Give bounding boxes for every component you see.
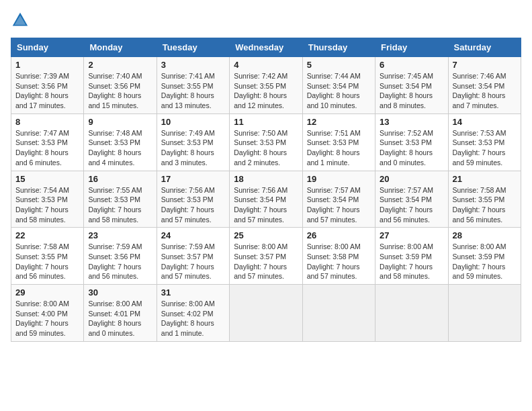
- calendar-body: 1 Sunrise: 7:39 AM Sunset: 3:56 PM Dayli…: [11, 57, 521, 342]
- calendar-day-cell: 11 Sunrise: 7:50 AM Sunset: 3:53 PM Dayl…: [230, 113, 302, 171]
- day-info: Sunrise: 7:51 AM Sunset: 3:53 PM Dayligh…: [307, 128, 371, 168]
- day-info: Sunrise: 7:58 AM Sunset: 3:55 PM Dayligh…: [453, 185, 517, 225]
- calendar-day-cell: 27 Sunrise: 8:00 AM Sunset: 3:59 PM Dayl…: [375, 228, 448, 285]
- day-number: 2: [88, 60, 152, 70]
- calendar-day-cell: 6 Sunrise: 7:45 AM Sunset: 3:54 PM Dayli…: [375, 57, 448, 114]
- day-info: Sunrise: 7:49 AM Sunset: 3:53 PM Dayligh…: [161, 128, 225, 168]
- day-number: 20: [380, 174, 443, 184]
- day-number: 3: [161, 60, 225, 70]
- calendar-day-cell: 10 Sunrise: 7:49 AM Sunset: 3:53 PM Dayl…: [157, 113, 229, 171]
- calendar-week-row: 15 Sunrise: 7:54 AM Sunset: 3:53 PM Dayl…: [11, 171, 521, 228]
- day-number: 11: [234, 117, 298, 127]
- day-number: 22: [15, 230, 79, 240]
- day-info: Sunrise: 7:47 AM Sunset: 3:53 PM Dayligh…: [15, 128, 79, 168]
- day-number: 6: [380, 60, 443, 70]
- calendar-day-cell: 23 Sunrise: 7:59 AM Sunset: 3:56 PM Dayl…: [84, 228, 157, 285]
- day-info: Sunrise: 7:45 AM Sunset: 3:54 PM Dayligh…: [380, 71, 443, 111]
- day-info: Sunrise: 7:44 AM Sunset: 3:54 PM Dayligh…: [307, 71, 371, 111]
- day-info: Sunrise: 7:58 AM Sunset: 3:55 PM Dayligh…: [15, 242, 79, 281]
- calendar-week-row: 1 Sunrise: 7:39 AM Sunset: 3:56 PM Dayli…: [11, 57, 521, 114]
- day-number: 25: [234, 230, 298, 240]
- calendar-week-row: 29 Sunrise: 8:00 AM Sunset: 4:00 PM Dayl…: [11, 285, 521, 342]
- weekday-header-cell: Monday: [84, 38, 157, 57]
- calendar-day-cell: 18 Sunrise: 7:56 AM Sunset: 3:54 PM Dayl…: [230, 171, 302, 228]
- day-info: Sunrise: 7:39 AM Sunset: 3:56 PM Dayligh…: [15, 71, 79, 111]
- calendar-day-cell: 22 Sunrise: 7:58 AM Sunset: 3:55 PM Dayl…: [11, 228, 84, 285]
- day-info: Sunrise: 7:41 AM Sunset: 3:55 PM Dayligh…: [161, 71, 225, 111]
- calendar-day-cell: 3 Sunrise: 7:41 AM Sunset: 3:55 PM Dayli…: [157, 57, 229, 114]
- day-number: 9: [88, 117, 152, 127]
- day-info: Sunrise: 7:50 AM Sunset: 3:53 PM Dayligh…: [234, 128, 298, 168]
- weekday-header-cell: Friday: [375, 38, 448, 57]
- day-info: Sunrise: 7:53 AM Sunset: 3:53 PM Dayligh…: [453, 128, 517, 168]
- calendar-day-cell: 7 Sunrise: 7:46 AM Sunset: 3:54 PM Dayli…: [448, 57, 521, 114]
- calendar-day-cell: 21 Sunrise: 7:58 AM Sunset: 3:55 PM Dayl…: [448, 171, 521, 228]
- calendar-day-cell: 4 Sunrise: 7:42 AM Sunset: 3:55 PM Dayli…: [230, 57, 302, 114]
- day-number: 28: [453, 230, 517, 240]
- day-number: 18: [234, 174, 298, 184]
- calendar-day-cell: 26 Sunrise: 8:00 AM Sunset: 3:58 PM Dayl…: [302, 228, 375, 285]
- day-info: Sunrise: 7:52 AM Sunset: 3:53 PM Dayligh…: [380, 128, 443, 168]
- calendar-day-cell: 2 Sunrise: 7:40 AM Sunset: 3:56 PM Dayli…: [84, 57, 157, 114]
- weekday-header-cell: Thursday: [302, 38, 375, 57]
- calendar-table: SundayMondayTuesdayWednesdayThursdayFrid…: [11, 38, 521, 342]
- calendar-day-cell: 29 Sunrise: 8:00 AM Sunset: 4:00 PM Dayl…: [11, 285, 84, 342]
- day-number: 15: [15, 174, 79, 184]
- calendar-day-cell: [375, 285, 448, 342]
- day-info: Sunrise: 8:00 AM Sunset: 4:01 PM Dayligh…: [88, 299, 152, 338]
- calendar-day-cell: 24 Sunrise: 7:59 AM Sunset: 3:57 PM Dayl…: [157, 228, 229, 285]
- day-info: Sunrise: 7:56 AM Sunset: 3:53 PM Dayligh…: [161, 185, 225, 225]
- header: [11, 11, 521, 30]
- day-number: 27: [380, 230, 443, 240]
- day-number: 8: [15, 117, 79, 127]
- day-info: Sunrise: 8:00 AM Sunset: 3:57 PM Dayligh…: [234, 242, 298, 281]
- calendar-day-cell: 1 Sunrise: 7:39 AM Sunset: 3:56 PM Dayli…: [11, 57, 84, 114]
- calendar-day-cell: 25 Sunrise: 8:00 AM Sunset: 3:57 PM Dayl…: [230, 228, 302, 285]
- calendar-day-cell: 15 Sunrise: 7:54 AM Sunset: 3:53 PM Dayl…: [11, 171, 84, 228]
- logo: [11, 11, 32, 30]
- weekday-header-cell: Saturday: [448, 38, 521, 57]
- day-info: Sunrise: 7:40 AM Sunset: 3:56 PM Dayligh…: [88, 71, 152, 111]
- calendar-day-cell: 31 Sunrise: 8:00 AM Sunset: 4:02 PM Dayl…: [157, 285, 229, 342]
- day-number: 5: [307, 60, 371, 70]
- calendar-day-cell: 16 Sunrise: 7:55 AM Sunset: 3:53 PM Dayl…: [84, 171, 157, 228]
- day-number: 19: [307, 174, 371, 184]
- calendar-week-row: 22 Sunrise: 7:58 AM Sunset: 3:55 PM Dayl…: [11, 228, 521, 285]
- day-number: 29: [15, 287, 79, 298]
- day-number: 26: [307, 230, 371, 240]
- calendar-week-row: 8 Sunrise: 7:47 AM Sunset: 3:53 PM Dayli…: [11, 113, 521, 171]
- calendar-day-cell: 28 Sunrise: 8:00 AM Sunset: 3:59 PM Dayl…: [448, 228, 521, 285]
- day-info: Sunrise: 8:00 AM Sunset: 3:58 PM Dayligh…: [307, 242, 371, 281]
- calendar-day-cell: 9 Sunrise: 7:48 AM Sunset: 3:53 PM Dayli…: [84, 113, 157, 171]
- day-info: Sunrise: 8:00 AM Sunset: 4:00 PM Dayligh…: [15, 299, 79, 338]
- day-info: Sunrise: 7:57 AM Sunset: 3:54 PM Dayligh…: [307, 185, 371, 225]
- weekday-header-row: SundayMondayTuesdayWednesdayThursdayFrid…: [11, 38, 521, 57]
- day-info: Sunrise: 7:57 AM Sunset: 3:54 PM Dayligh…: [380, 185, 443, 225]
- calendar-day-cell: 13 Sunrise: 7:52 AM Sunset: 3:53 PM Dayl…: [375, 113, 448, 171]
- weekday-header-cell: Tuesday: [157, 38, 229, 57]
- day-number: 10: [161, 117, 225, 127]
- calendar-day-cell: 20 Sunrise: 7:57 AM Sunset: 3:54 PM Dayl…: [375, 171, 448, 228]
- calendar-day-cell: 5 Sunrise: 7:44 AM Sunset: 3:54 PM Dayli…: [302, 57, 375, 114]
- day-info: Sunrise: 7:59 AM Sunset: 3:57 PM Dayligh…: [161, 242, 225, 281]
- day-info: Sunrise: 7:46 AM Sunset: 3:54 PM Dayligh…: [453, 71, 517, 111]
- day-number: 21: [453, 174, 517, 184]
- calendar-day-cell: [230, 285, 302, 342]
- day-info: Sunrise: 7:42 AM Sunset: 3:55 PM Dayligh…: [234, 71, 298, 111]
- day-info: Sunrise: 7:59 AM Sunset: 3:56 PM Dayligh…: [88, 242, 152, 281]
- day-number: 17: [161, 174, 225, 184]
- day-info: Sunrise: 7:48 AM Sunset: 3:53 PM Dayligh…: [88, 128, 152, 168]
- day-number: 12: [307, 117, 371, 127]
- day-number: 31: [161, 287, 225, 298]
- calendar-day-cell: 14 Sunrise: 7:53 AM Sunset: 3:53 PM Dayl…: [448, 113, 521, 171]
- day-number: 13: [380, 117, 443, 127]
- day-number: 14: [453, 117, 517, 127]
- day-info: Sunrise: 8:00 AM Sunset: 3:59 PM Dayligh…: [380, 242, 443, 281]
- day-number: 30: [88, 287, 152, 298]
- calendar-day-cell: 19 Sunrise: 7:57 AM Sunset: 3:54 PM Dayl…: [302, 171, 375, 228]
- day-number: 23: [88, 230, 152, 240]
- day-info: Sunrise: 8:00 AM Sunset: 4:02 PM Dayligh…: [161, 299, 225, 338]
- calendar-day-cell: 17 Sunrise: 7:56 AM Sunset: 3:53 PM Dayl…: [157, 171, 229, 228]
- day-info: Sunrise: 7:54 AM Sunset: 3:53 PM Dayligh…: [15, 185, 79, 225]
- day-number: 1: [15, 60, 79, 70]
